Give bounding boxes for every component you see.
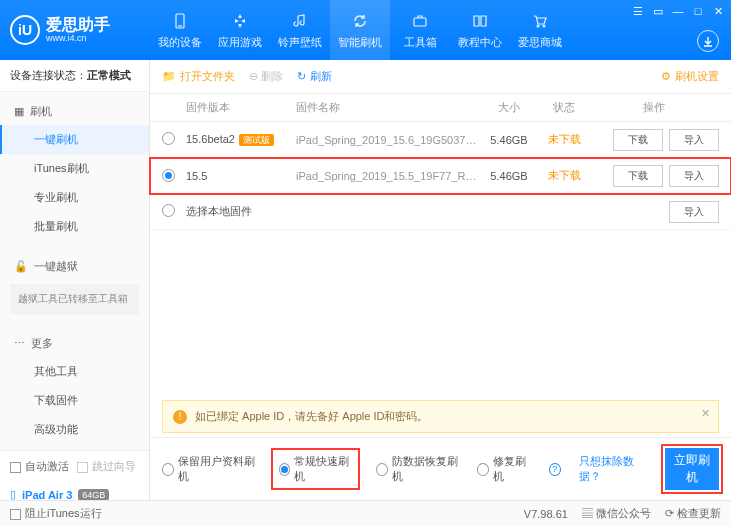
download-button[interactable]: 下载 [613, 129, 663, 151]
appleid-warning: ! 如已绑定 Apple ID，请先备好 Apple ID和密码。 ✕ [162, 400, 719, 433]
sidebar-item-advanced[interactable]: 高级功能 [0, 415, 149, 444]
update-icon: ⟳ [665, 507, 674, 519]
svg-point-3 [537, 25, 539, 27]
col-size: 大小 [479, 100, 539, 115]
music-icon [290, 11, 310, 31]
folder-icon: 📁 [162, 70, 176, 83]
nav-store[interactable]: 爱思商城 [510, 0, 570, 60]
download-button[interactable]: 下载 [613, 165, 663, 187]
flash-now-button[interactable]: 立即刷机 [665, 448, 719, 490]
col-version: 固件版本 [186, 100, 296, 115]
refresh-button[interactable]: ↻刷新 [297, 69, 332, 84]
firmware-row[interactable]: 15.6beta2测试版 iPad_Spring_2019_15.6_19G50… [150, 122, 731, 158]
download-manager-icon[interactable] [697, 30, 719, 52]
connection-status: 设备连接状态：正常模式 [0, 60, 149, 92]
sidebar-group-flash[interactable]: ▦刷机 [0, 98, 149, 125]
maximize-icon[interactable]: □ [691, 4, 705, 18]
import-button[interactable]: 导入 [669, 129, 719, 151]
sidebar-item-tools[interactable]: 其他工具 [0, 357, 149, 386]
warning-icon: ! [173, 410, 187, 424]
close-icon[interactable]: ✕ [711, 4, 725, 18]
sidebar-group-more[interactable]: ⋯更多 [0, 330, 149, 357]
check-update-link[interactable]: ⟳ 检查更新 [665, 506, 721, 521]
info-icon[interactable]: ? [549, 463, 561, 476]
wechat-link[interactable]: ▤ 微信公众号 [582, 506, 651, 521]
menu-icon[interactable]: ☰ [631, 4, 645, 18]
app-url: www.i4.cn [46, 34, 110, 44]
phone-icon [170, 11, 190, 31]
app-logo-icon: iU [10, 15, 40, 45]
opt-repair[interactable]: 修复刷机 [477, 454, 531, 484]
nav-ringtone[interactable]: 铃声壁纸 [270, 0, 330, 60]
close-warning-icon[interactable]: ✕ [701, 407, 710, 420]
auto-activate-checkbox[interactable]: 自动激活 [10, 459, 69, 474]
nav-apps[interactable]: 应用游戏 [210, 0, 270, 60]
wechat-icon: ▤ [582, 507, 593, 519]
skip-guide-checkbox[interactable]: 跳过向导 [77, 459, 136, 474]
sidebar-group-jailbreak[interactable]: 🔓一键越狱 [0, 253, 149, 280]
radio-icon[interactable] [162, 169, 175, 182]
book-icon [470, 11, 490, 31]
open-folder-button[interactable]: 📁打开文件夹 [162, 69, 235, 84]
radio-icon[interactable] [162, 204, 175, 217]
import-button[interactable]: 导入 [669, 201, 719, 223]
cart-icon [530, 11, 550, 31]
delete-button[interactable]: ⊖ 删除 [249, 69, 283, 84]
lock-icon: 🔓 [14, 260, 28, 273]
import-button[interactable]: 导入 [669, 165, 719, 187]
refresh-icon: ↻ [297, 70, 306, 83]
toolbox-icon [410, 11, 430, 31]
svg-point-4 [543, 25, 545, 27]
flash-icon: ▦ [14, 105, 24, 118]
nav-flash[interactable]: 智能刷机 [330, 0, 390, 60]
sidebar-item-pro[interactable]: 专业刷机 [0, 183, 149, 212]
nav-toolbox[interactable]: 工具箱 [390, 0, 450, 60]
jailbreak-note: 越狱工具已转移至工具箱 [10, 284, 139, 314]
opt-keep-data[interactable]: 保留用户资料刷机 [162, 454, 255, 484]
opt-normal-flash[interactable]: 常规快速刷机 [273, 450, 358, 488]
col-status: 状态 [539, 100, 589, 115]
sidebar-item-itunes[interactable]: iTunes刷机 [0, 154, 149, 183]
radio-icon[interactable] [162, 132, 175, 145]
nav-my-device[interactable]: 我的设备 [150, 0, 210, 60]
erase-data-link[interactable]: 只想抹除数据？ [579, 454, 647, 484]
local-firmware-row[interactable]: 选择本地固件 导入 [150, 194, 731, 230]
more-icon: ⋯ [14, 337, 25, 350]
version-label: V7.98.61 [524, 508, 568, 520]
refresh-icon [350, 11, 370, 31]
opt-protect-data[interactable]: 防数据恢复刷机 [376, 454, 459, 484]
flash-settings-button[interactable]: ⚙刷机设置 [661, 69, 719, 84]
svg-rect-2 [414, 18, 426, 26]
app-icon [230, 11, 250, 31]
sidebar-item-batch[interactable]: 批量刷机 [0, 212, 149, 241]
firmware-row[interactable]: 15.5 iPad_Spring_2019_15.5_19F77_Restore… [150, 158, 731, 194]
sidebar-item-oneclick[interactable]: 一键刷机 [0, 125, 149, 154]
beta-badge: 测试版 [239, 134, 274, 146]
app-name: 爱思助手 [46, 16, 110, 34]
col-name: 固件名称 [296, 100, 479, 115]
sidebar-item-download[interactable]: 下载固件 [0, 386, 149, 415]
skin-icon[interactable]: ▭ [651, 4, 665, 18]
minimize-icon[interactable]: — [671, 4, 685, 18]
nav-tutorial[interactable]: 教程中心 [450, 0, 510, 60]
block-itunes-checkbox[interactable]: 阻止iTunes运行 [10, 506, 102, 521]
gear-icon: ⚙ [661, 70, 671, 83]
col-ops: 操作 [589, 100, 719, 115]
